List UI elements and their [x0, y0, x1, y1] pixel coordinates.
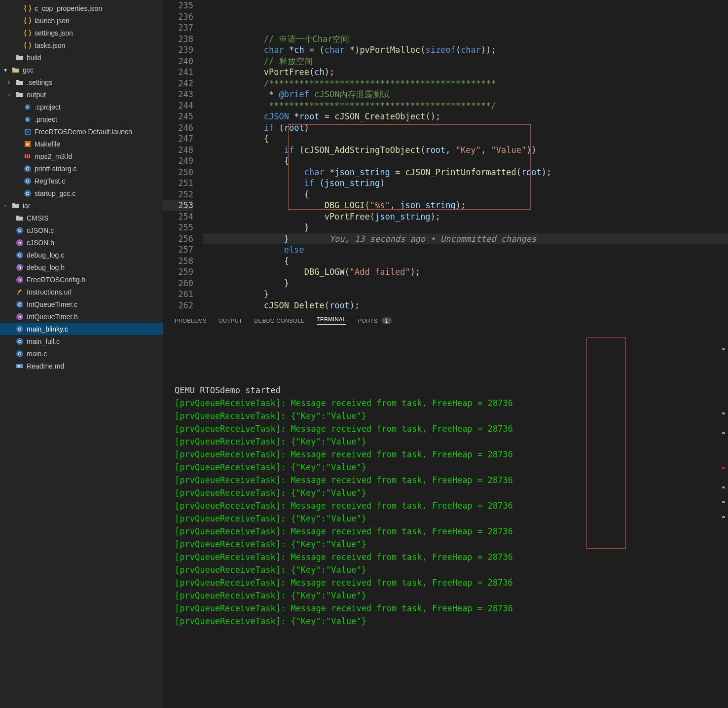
folder-item[interactable]: CMSIS — [0, 212, 163, 224]
tab-output[interactable]: OUTPUT — [218, 318, 242, 324]
c-icon: C — [16, 325, 24, 333]
terminal-output[interactable]: QEMU RTOSdemo started[prvQueueReceiveTas… — [163, 329, 728, 708]
h-icon: h — [16, 263, 24, 271]
tree-item-label: cJSON.c — [27, 226, 163, 234]
file-item[interactable]: CRegTest.c — [0, 175, 163, 187]
code-line[interactable]: } — [203, 289, 728, 300]
code-line[interactable]: vPortFree(ch); — [203, 67, 728, 78]
main-area: 2352362372382392402412422432442452462472… — [163, 0, 728, 708]
code-content[interactable]: // 申请一个Char空间 char *ch = (char *)pvPortM… — [203, 0, 728, 312]
file-item[interactable]: .cproject — [0, 101, 163, 113]
chevron-icon: › — [4, 202, 9, 209]
tab-ports[interactable]: PORTS 1 — [358, 317, 392, 324]
code-line[interactable]: } — [203, 311, 728, 312]
bottom-panel: PROBLEMS OUTPUT DEBUG CONSOLE TERMINAL P… — [163, 312, 728, 708]
code-line[interactable]: cJSON_Delete(root); — [203, 300, 728, 311]
code-line[interactable]: char *json_string = cJSON_PrintUnformatt… — [203, 167, 728, 178]
file-item[interactable]: c_cpp_properties.json — [0, 2, 163, 14]
file-item[interactable]: M↓Readme.md — [0, 360, 163, 372]
folder-item[interactable]: build — [0, 51, 163, 64]
file-item[interactable]: hIntQueueTimer.h — [0, 310, 163, 323]
h-icon: h — [16, 239, 24, 247]
code-line[interactable]: else — [203, 244, 728, 256]
chevron-icon: › — [8, 91, 13, 98]
code-line[interactable]: DBG_LOGI("%s", json_string); — [203, 200, 728, 211]
chevron-icon: ▾ — [4, 67, 9, 74]
code-line[interactable]: { — [203, 133, 728, 145]
code-line[interactable]: // 释放空间 — [203, 56, 728, 67]
file-item[interactable]: tasks.json — [0, 39, 163, 51]
file-item[interactable]: FreeRTOSDemo Default.launch — [0, 125, 163, 138]
line-number: 258 — [163, 256, 193, 267]
folder-item[interactable]: ›iar — [0, 199, 163, 212]
code-line[interactable]: if (root) — [203, 122, 728, 134]
code-line[interactable]: * @brief cJSON内存泄露测试 — [203, 89, 728, 100]
file-item[interactable]: settings.json — [0, 27, 163, 39]
file-explorer-sidebar[interactable]: c_cpp_properties.jsonlaunch.jsonsettings… — [0, 0, 163, 708]
line-number: 239 — [163, 44, 193, 56]
tree-item-label: cJSON.h — [27, 239, 163, 247]
svg-text:C: C — [26, 191, 30, 196]
file-item[interactable]: MMakefile — [0, 138, 163, 150]
file-item[interactable]: Instructions.url — [0, 286, 163, 298]
file-item[interactable]: .project — [0, 113, 163, 125]
tree-item-label: build — [27, 54, 163, 62]
terminal-scrollbar-overview[interactable] — [720, 329, 727, 708]
code-line[interactable]: DBG_LOGW("Add failed"); — [203, 266, 728, 278]
svg-text:C: C — [26, 179, 30, 184]
code-line[interactable]: { — [203, 189, 728, 200]
file-item[interactable]: CcJSON.c — [0, 224, 163, 236]
terminal-line: [prvQueueReceiveTask]: Message received … — [175, 576, 716, 589]
folder-item[interactable]: ›.settings — [0, 76, 163, 88]
file-item[interactable]: Cmain_full.c — [0, 335, 163, 347]
file-item[interactable]: Cprintf-stdarg.c — [0, 162, 163, 175]
line-number: 247 — [163, 133, 193, 145]
tab-debug-console[interactable]: DEBUG CONSOLE — [254, 318, 304, 324]
folder-icon — [16, 214, 24, 222]
tree-item-label: launch.json — [35, 17, 163, 25]
tab-terminal[interactable]: TERMINAL — [317, 316, 346, 325]
terminal-line: [prvQueueReceiveTask]: Message received … — [175, 499, 716, 512]
file-item[interactable]: CIntQueueTimer.c — [0, 298, 163, 310]
terminal-line: [prvQueueReceiveTask]: {"Key":"Value"} — [175, 589, 716, 602]
line-number: 256 — [163, 233, 193, 245]
code-line[interactable]: } — [203, 278, 728, 289]
code-line[interactable]: ****************************************… — [203, 100, 728, 112]
file-item[interactable]: Cdebug_log.c — [0, 249, 163, 261]
line-number: 255 — [163, 222, 193, 233]
folder-item[interactable]: ▾gcc — [0, 64, 163, 76]
file-item[interactable]: mps2_m3.ld — [0, 150, 163, 162]
code-editor[interactable]: 2352362372382392402412422432442452462472… — [163, 0, 728, 312]
git-blame-annotation: You, 13 seconds ago • Uncommitted change… — [289, 234, 537, 244]
code-line[interactable]: } You, 13 seconds ago • Uncommitted chan… — [203, 233, 728, 245]
tree-item-label: Instructions.url — [27, 288, 163, 296]
code-line[interactable]: char *ch = (char *)pvPortMalloc(sizeof(c… — [203, 44, 728, 56]
terminal-line: [prvQueueReceiveTask]: {"Key":"Value"} — [175, 538, 716, 551]
code-line[interactable]: cJSON *root = cJSON_CreateObject(); — [203, 111, 728, 122]
code-line[interactable]: if (json_string) — [203, 178, 728, 189]
code-line[interactable]: { — [203, 256, 728, 267]
code-line[interactable]: { — [203, 155, 728, 167]
line-number: 261 — [163, 289, 193, 300]
folder-item[interactable]: ›output — [0, 88, 163, 101]
tree-item-label: startup_gcc.c — [35, 189, 163, 197]
file-item[interactable]: launch.json — [0, 14, 163, 27]
tab-problems[interactable]: PROBLEMS — [175, 318, 207, 324]
file-item[interactable]: Cstartup_gcc.c — [0, 187, 163, 199]
h-icon: h — [16, 276, 24, 284]
code-line[interactable]: } — [203, 222, 728, 233]
line-number: 237 — [163, 22, 193, 34]
terminal-line: QEMU RTOSdemo started — [175, 384, 716, 397]
code-line[interactable]: vPortFree(json_string); — [203, 211, 728, 223]
file-item[interactable]: Cmain.c — [0, 347, 163, 360]
file-item[interactable]: hcJSON.h — [0, 236, 163, 249]
file-item[interactable]: Cmain_blinky.c — [0, 323, 163, 335]
tree-item-label: Readme.md — [27, 362, 163, 370]
file-item[interactable]: hFreeRTOSConfig.h — [0, 273, 163, 286]
tree-item-label: IntQueueTimer.h — [27, 313, 163, 321]
file-item[interactable]: hdebug_log.h — [0, 261, 163, 273]
json-icon — [24, 4, 32, 12]
code-line[interactable]: // 申请一个Char空间 — [203, 34, 728, 45]
code-line[interactable]: /***************************************… — [203, 78, 728, 89]
code-line[interactable]: if (cJSON_AddStringToObject(root, "Key",… — [203, 145, 728, 156]
